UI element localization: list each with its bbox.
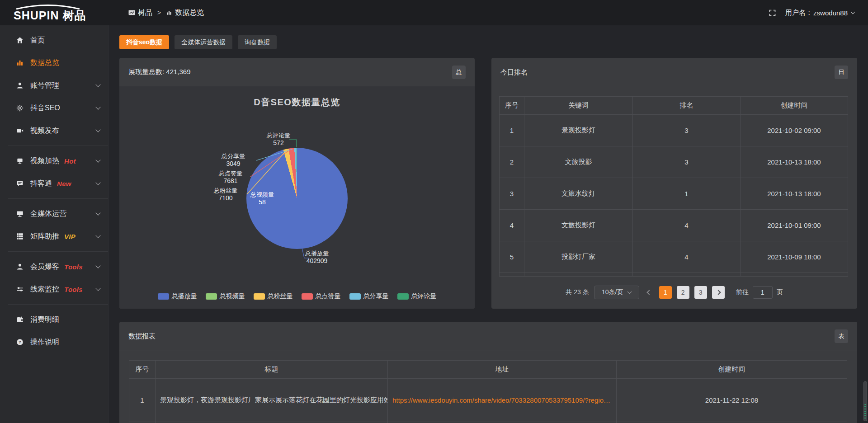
scrollbar-thumb[interactable] <box>863 381 867 421</box>
page-button-2[interactable]: 2 <box>677 286 689 299</box>
sidebar-item-lead-monitor[interactable]: 线索监控 Tools <box>0 278 108 301</box>
tab-inquiry-data[interactable]: 询盘数据 <box>238 35 277 49</box>
chevron-down-icon <box>95 233 100 238</box>
cell-rank: 3 <box>633 115 741 146</box>
legend-item[interactable]: 总视频量 <box>206 292 245 301</box>
legend-label: 总视频量 <box>220 292 245 301</box>
goto-page-input[interactable] <box>753 286 773 299</box>
pie-label-plays: 总播放量402909 <box>305 249 329 265</box>
cell-index: 5 <box>500 241 524 273</box>
cell-title: 景观投影灯，夜游景观投影灯厂家展示展示落花灯在花园里的灯光投影应用效果 # <box>156 379 388 422</box>
cell-index: 2 <box>500 146 524 178</box>
topbar: SHUPIN 树品 树品 > 数据总览 用户名：zswodun88 <box>0 0 868 25</box>
report-link[interactable]: https://www.iesdouyin.com/share/video/70… <box>388 379 617 422</box>
screen-chart-icon <box>128 10 135 16</box>
goto-unit: 页 <box>777 288 783 296</box>
page-scrollbar[interactable] <box>863 25 868 423</box>
legend-item[interactable]: 总评论量 <box>397 292 437 301</box>
page-button-3[interactable]: 3 <box>694 286 707 299</box>
legend-item[interactable]: 总分享量 <box>349 292 389 301</box>
chevron-down-icon <box>95 180 100 185</box>
cell-rank: 1 <box>633 178 741 210</box>
sidebar-item-account[interactable]: 账号管理 <box>0 74 108 97</box>
prev-page-button[interactable] <box>644 286 654 299</box>
sidebar-divider <box>8 146 108 146</box>
sidebar-item-douketong[interactable]: 抖客通 New <box>0 172 108 195</box>
user-menu[interactable]: 用户名：zswodun88 <box>785 9 854 17</box>
sidebar-item-label: 数据总览 <box>30 58 59 68</box>
ranking-panel-header: 今日排名 日 <box>491 58 857 87</box>
report-panel-header: 数据报表 表 <box>119 322 857 351</box>
wallet-icon <box>15 315 24 324</box>
legend-label: 总粉丝量 <box>268 292 293 301</box>
tab-douyin-seo-data[interactable]: 抖音seo数据 <box>119 35 169 49</box>
sidebar-item-label: 操作说明 <box>30 338 59 347</box>
breadcrumb-separator: > <box>157 9 161 16</box>
topbar-right: 用户名：zswodun88 <box>769 9 854 17</box>
table-row[interactable]: 2 文旅投影 3 2021-10-13 18:00 <box>500 146 848 178</box>
page-button-1[interactable]: 1 <box>659 286 672 299</box>
sidebar-item-matrix-boost[interactable]: 矩阵助推 VIP <box>0 225 108 248</box>
sidebar-item-douyin-seo[interactable]: 抖音SEO <box>0 97 108 119</box>
sidebar-item-video-publish[interactable]: 视频发布 <box>0 119 108 142</box>
column-header: 排名 <box>633 97 741 115</box>
sidebar-divider <box>8 304 108 305</box>
sidebar-item-data-overview[interactable]: 数据总览 <box>0 52 108 74</box>
cell-created: 2021-10-13 18:00 <box>741 178 848 210</box>
column-header: 标题 <box>156 361 388 379</box>
column-header: 序号 <box>129 361 156 379</box>
video-camera-icon <box>15 126 24 135</box>
table-toggle-button[interactable]: 表 <box>835 329 848 343</box>
sidebar: 首页 数据总览 账号管理 抖音SEO 视频发布 视频加热 Hot 抖客通 New… <box>0 25 108 423</box>
logo-text-cn: 树品 <box>62 9 86 22</box>
tab-media-operation-data[interactable]: 全媒体运营数据 <box>175 35 232 49</box>
pie-label-fans: 总粉丝量7100 <box>214 187 237 202</box>
sidebar-item-media-operation[interactable]: 全媒体运营 <box>0 202 108 225</box>
chevron-down-icon <box>627 290 632 294</box>
cell-keyword: 文旅投影 <box>524 146 633 178</box>
legend-item[interactable]: 总点赞量 <box>302 292 341 301</box>
sidebar-divider <box>8 198 108 199</box>
sidebar-item-consumption[interactable]: 消费明细 <box>0 308 108 331</box>
page-size-select[interactable]: 10条/页 <box>594 286 639 299</box>
cell-rank: 3 <box>633 146 741 178</box>
column-header: 创建时间 <box>741 97 848 115</box>
day-toggle-button[interactable]: 日 <box>835 66 848 79</box>
question-circle-icon: ? <box>15 338 24 347</box>
table-row[interactable]: 3 文旅水纹灯 1 2021-10-13 18:00 <box>500 178 848 210</box>
goto-page: 前往 页 <box>736 286 783 299</box>
chevron-down-icon <box>95 210 100 215</box>
table-row[interactable]: 1 景观投影灯 3 2021-10-02 09:00 <box>500 115 848 146</box>
sidebar-item-label: 全媒体运营 <box>30 209 66 219</box>
grid-icon <box>15 232 24 241</box>
table-row[interactable]: 5 投影灯厂家 4 2021-10-09 18:00 <box>500 241 848 273</box>
fullscreen-icon[interactable] <box>769 9 776 17</box>
sidebar-item-video-heat[interactable]: 视频加热 Hot <box>0 150 108 172</box>
username: zswodun88 <box>813 9 848 17</box>
chevron-down-icon <box>95 286 100 291</box>
sidebar-item-label: 矩阵助推 <box>30 232 59 241</box>
chevron-left-icon <box>646 290 651 295</box>
sliders-icon <box>15 285 24 294</box>
home-icon <box>15 36 24 45</box>
legend-item[interactable]: 总粉丝量 <box>254 292 293 301</box>
breadcrumb-current[interactable]: 数据总览 <box>166 8 204 18</box>
table-row[interactable]: 1 景观投影灯，夜游景观投影灯厂家展示展示落花灯在花园里的灯光投影应用效果 # … <box>129 379 847 422</box>
legend-swatch <box>302 293 313 300</box>
sidebar-item-label: 线索监控 <box>30 285 59 294</box>
sidebar-item-home[interactable]: 首页 <box>0 29 108 52</box>
next-page-button[interactable] <box>712 286 725 299</box>
breadcrumb-root[interactable]: 树品 <box>128 8 152 18</box>
sidebar-item-member-baoke[interactable]: 会员爆客 Tools <box>0 255 108 278</box>
table-row[interactable]: 4 文旅投影灯 4 2021-10-01 09:00 <box>500 210 848 241</box>
svg-text:?: ? <box>19 340 21 344</box>
total-toggle-button[interactable]: 总 <box>452 66 466 79</box>
legend-item[interactable]: 总播放量 <box>158 292 197 301</box>
cell-rank: 4 <box>633 210 741 241</box>
breadcrumb-root-label: 树品 <box>138 8 152 18</box>
report-panel-title: 数据报表 <box>128 332 156 341</box>
chevron-down-icon <box>95 82 100 87</box>
table-header-row: 序号 关键词 排名 创建时间 <box>500 97 848 115</box>
sidebar-item-help[interactable]: ? 操作说明 <box>0 331 108 353</box>
cell-created: 2021-10-01 09:00 <box>741 210 848 241</box>
